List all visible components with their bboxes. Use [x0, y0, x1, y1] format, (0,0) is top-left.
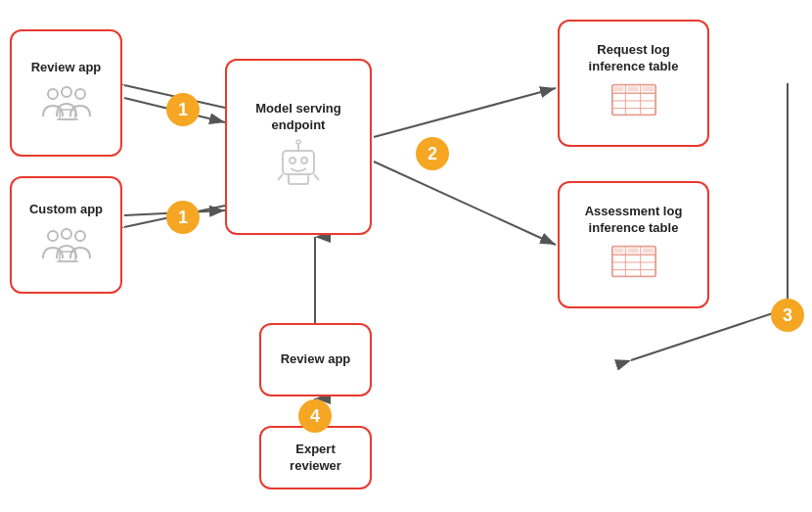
svg-point-23	[290, 158, 295, 163]
svg-point-17	[48, 231, 58, 241]
badge-2: 2	[416, 137, 449, 170]
expert-reviewer-label: Expert reviewer	[269, 442, 362, 475]
assessment-log-box: Assessment log inference table	[558, 181, 709, 308]
model-serving-box: Model serving endpoint	[225, 59, 372, 235]
robot-icon	[273, 137, 324, 193]
review-app-bottom-label: Review app	[281, 351, 351, 368]
review-app-top-box: Review app	[10, 29, 122, 157]
table-icon-assessment	[609, 242, 659, 286]
users-icon-top	[41, 82, 92, 126]
custom-app-label: Custom app	[29, 202, 103, 218]
svg-line-28	[278, 174, 283, 180]
svg-point-12	[48, 89, 58, 99]
model-serving-label: Model serving endpoint	[235, 101, 362, 134]
badge-4: 4	[298, 399, 332, 433]
svg-line-8	[374, 88, 556, 137]
badge-1-top: 1	[166, 93, 200, 126]
badge-3: 3	[771, 299, 804, 332]
svg-rect-46	[627, 249, 639, 254]
diagram: Review app Custom app	[0, 0, 812, 512]
table-icon-request	[609, 80, 659, 124]
svg-point-19	[75, 231, 85, 241]
badge-1-bottom: 1	[166, 201, 200, 234]
svg-line-9	[374, 162, 556, 245]
request-log-box: Request log inference table	[558, 20, 709, 147]
assessment-log-label: Assessment log inference table	[567, 204, 699, 237]
review-app-top-label: Review app	[31, 60, 102, 76]
svg-point-18	[62, 229, 71, 239]
svg-rect-45	[613, 249, 623, 254]
request-log-label: Request log inference table	[567, 42, 699, 75]
svg-point-24	[301, 158, 307, 163]
svg-rect-37	[627, 87, 639, 92]
review-app-bottom-box: Review app	[259, 323, 372, 396]
custom-app-box: Custom app	[10, 176, 122, 294]
svg-rect-47	[642, 249, 654, 254]
svg-line-29	[314, 174, 319, 180]
expert-reviewer-box: Expert reviewer	[259, 426, 372, 489]
svg-point-26	[296, 140, 300, 144]
svg-rect-36	[613, 87, 623, 92]
svg-rect-27	[289, 174, 308, 184]
svg-point-14	[75, 89, 85, 99]
svg-rect-38	[642, 87, 654, 92]
users-icon-custom	[41, 224, 92, 268]
svg-point-13	[62, 87, 71, 97]
